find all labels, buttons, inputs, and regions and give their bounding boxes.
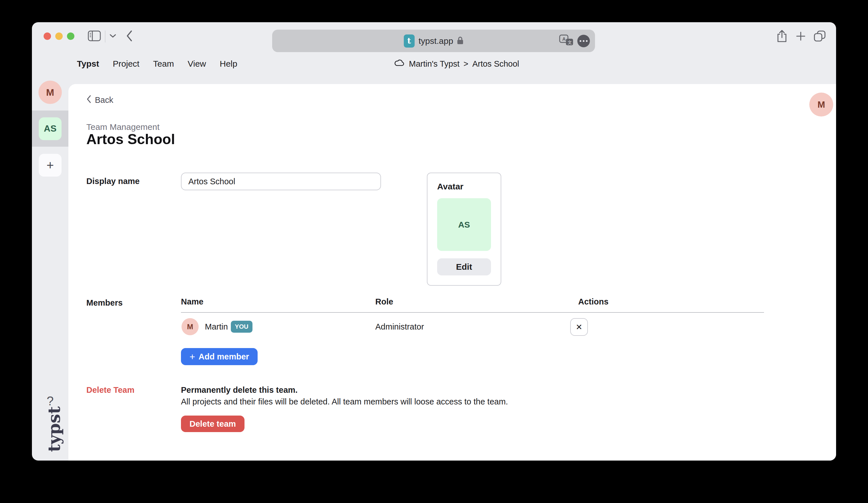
page-title: Artos School: [86, 131, 175, 148]
member-name: Martin: [205, 322, 228, 332]
titlebar-divider: [105, 31, 105, 42]
add-team-button[interactable]: +: [39, 154, 62, 177]
sidebar-toggle-icon[interactable]: [88, 31, 101, 42]
back-label: Back: [95, 95, 113, 105]
sidebar-user-avatar[interactable]: M: [39, 81, 62, 104]
menu-help[interactable]: Help: [220, 59, 237, 69]
chevron-down-icon[interactable]: [110, 34, 116, 39]
browser-back-icon[interactable]: [126, 30, 133, 43]
delete-team-heading: Permanently delete this team.: [181, 385, 298, 395]
typst-logo: typst: [44, 407, 64, 452]
dot: [586, 40, 588, 42]
new-tab-icon[interactable]: [795, 31, 806, 43]
display-name-label: Display name: [86, 177, 140, 186]
browser-titlebar: t typst.app A: [32, 22, 836, 51]
app-menubar: Typst Project Team View Help: [77, 54, 237, 74]
traffic-lights: [44, 32, 74, 40]
zoom-window-button[interactable]: [67, 32, 74, 40]
edit-avatar-button[interactable]: Edit: [437, 258, 491, 275]
members-label: Members: [86, 298, 123, 307]
plus-icon: +: [189, 352, 195, 361]
you-badge: YOU: [231, 321, 252, 333]
column-header-role: Role: [375, 297, 393, 306]
column-header-actions: Actions: [578, 297, 608, 306]
menu-team[interactable]: Team: [153, 59, 174, 69]
close-window-button[interactable]: [44, 32, 51, 40]
member-role: Administrator: [375, 322, 424, 332]
breadcrumb-page[interactable]: Artos School: [472, 59, 519, 69]
member-avatar: M: [182, 318, 199, 335]
window-body: M AS + ? typst Back Team Managem: [32, 84, 836, 461]
more-options-icon[interactable]: [577, 35, 590, 47]
cloud-icon: [394, 59, 405, 69]
team-avatar-preview: AS: [437, 198, 491, 251]
url-text: typst.app: [418, 36, 453, 46]
titlebar-nav-group: [88, 29, 133, 44]
breadcrumb: Martin's Typst > Artos School: [394, 54, 519, 74]
titlebar-right-buttons: [776, 30, 826, 44]
site-favicon: t: [404, 34, 415, 48]
menu-typst[interactable]: Typst: [77, 59, 99, 69]
user-avatar[interactable]: M: [809, 93, 833, 116]
sidebar-item-selected[interactable]: AS: [32, 111, 69, 147]
browser-window: t typst.app A: [32, 22, 836, 461]
back-link[interactable]: Back: [86, 95, 113, 105]
sidebar-team-avatar[interactable]: AS: [39, 117, 62, 140]
menu-project[interactable]: Project: [113, 59, 140, 69]
dot: [580, 40, 581, 42]
chevron-left-icon: [86, 95, 92, 105]
minimize-window-button[interactable]: [55, 32, 63, 40]
svg-text:A: A: [562, 36, 566, 42]
breadcrumb-workspace[interactable]: Martin's Typst: [409, 59, 459, 69]
breadcrumb-separator: >: [463, 59, 468, 69]
tab-overview-icon[interactable]: [813, 30, 826, 43]
address-bar-icons: A 文: [559, 30, 590, 52]
team-management-page: Back Team Management Artos School Displa…: [69, 84, 836, 461]
menu-view[interactable]: View: [188, 59, 206, 69]
avatar-card: Avatar AS Edit: [427, 172, 501, 286]
address-bar-center: t typst.app: [272, 30, 595, 52]
desktop-background: t typst.app A: [0, 0, 868, 503]
dot: [583, 40, 585, 42]
svg-text:文: 文: [568, 40, 572, 45]
add-member-label: Add member: [199, 352, 249, 361]
column-header-name: Name: [181, 297, 204, 306]
avatar-card-title: Avatar: [437, 182, 491, 191]
share-icon[interactable]: [776, 30, 788, 44]
address-bar[interactable]: t typst.app A: [272, 30, 595, 52]
delete-team-description: All projects and their files will be del…: [181, 397, 508, 407]
add-member-button[interactable]: + Add member: [181, 348, 258, 365]
table-header-divider: [181, 312, 764, 313]
display-name-input[interactable]: [181, 172, 381, 190]
remove-member-button[interactable]: ✕: [570, 318, 588, 336]
section-label: Team Management: [86, 122, 159, 132]
translate-icon[interactable]: A 文: [559, 34, 574, 48]
lock-icon: [457, 36, 463, 46]
team-sidebar: M AS + ? typst: [32, 84, 69, 461]
delete-team-button[interactable]: Delete team: [181, 416, 245, 432]
delete-team-label: Delete Team: [86, 385, 134, 395]
